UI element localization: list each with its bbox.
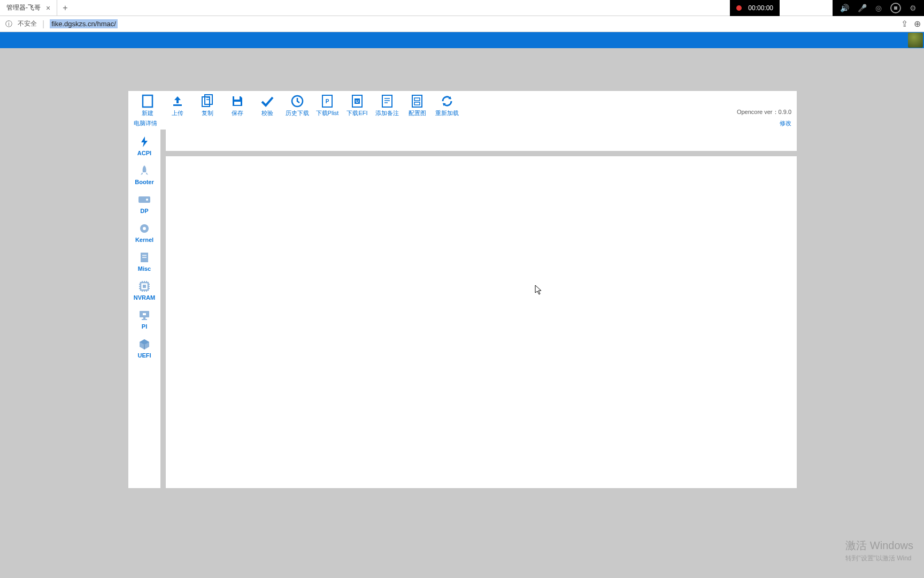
svg-text:P: P [326,98,329,104]
tb-diagram[interactable]: 配置图 [402,94,432,117]
doc-icon [140,94,155,108]
tb-label: 下载EFI [346,109,367,117]
main-panel [166,156,797,488]
tb-label: 保存 [232,109,243,117]
tb-verify[interactable]: 校验 [252,94,282,117]
sidebar-item-booter[interactable]: Booter [128,162,160,191]
card-icon [138,194,151,206]
sidebar-item-nvram[interactable]: NVRAM [128,277,160,306]
tb-label: 上传 [172,109,183,117]
svg-rect-20 [138,196,150,203]
svg-rect-18 [414,98,420,101]
sidebar-item-label: NVRAM [134,294,155,301]
recording-controls: 🔊 🎤 ◎ ⚙ [833,0,924,16]
opencore-version: Opencore ver：0.9.0 [737,108,791,116]
page-header-band [0,32,924,48]
svg-rect-43 [143,317,145,319]
history-icon [290,94,305,108]
mouse-cursor-icon [535,285,542,295]
check-icon [260,94,275,108]
chip-icon [138,280,151,292]
windows-watermark: 激活 Windows 转到"设置"以激活 Wind [845,538,913,563]
sidebar-item-label: DP [140,208,148,214]
copy-icon [200,94,215,108]
content-area [160,130,797,488]
info-icon[interactable]: ⓘ [5,19,12,29]
tb-history[interactable]: 历史下载 [282,94,312,117]
sidebar: ACPI Booter DP Kernel Misc NVRAM [128,130,160,488]
bolt-icon [138,136,151,148]
watermark-line1: 激活 Windows [845,538,913,553]
sidebar-item-uefi[interactable]: UEFI [128,335,160,364]
insecure-label: 不安全 [18,19,37,28]
recording-status: 00:00:00 [730,0,780,16]
speaker-icon[interactable]: 🔊 [840,4,849,12]
upload-icon [170,94,185,108]
sidebar-item-label: PI [142,323,147,330]
sidebar-item-pi[interactable]: PI [128,306,160,335]
sidebar-item-label: Kernel [135,237,153,243]
svg-rect-19 [414,102,420,105]
tb-label: 添加备注 [375,109,399,117]
tab-title: 管理器-飞哥 [6,3,41,12]
svg-rect-5 [234,96,240,100]
download-plist-icon: P [320,94,335,108]
tb-label: 下载Plist [316,109,339,117]
download-efi-icon: U [350,94,365,108]
note-icon [380,94,395,108]
browser-tab-bar: 管理器-飞哥 × + [0,0,924,16]
svg-point-21 [146,199,148,201]
diagram-icon [410,94,425,108]
computer-details-link[interactable]: 电脑详情 [134,119,157,127]
app-container: 新建 上传 复制 保存 校验 历史下载 P 下载Plist U 下载EFI [128,91,797,488]
extension-icon[interactable]: ⊕ [914,19,921,29]
tb-new[interactable]: 新建 [133,94,163,117]
close-icon[interactable]: × [46,4,50,12]
svg-text:U: U [356,99,359,104]
sidebar-item-misc[interactable]: Misc [128,248,160,277]
settings-icon[interactable]: ⚙ [910,4,917,12]
new-tab-button[interactable]: + [57,3,73,13]
doc-small-icon [138,252,151,263]
gear-icon [138,223,151,234]
sub-header: 电脑详情 修改 [128,118,797,130]
sidebar-item-dp[interactable]: DP [128,191,160,219]
avatar[interactable] [908,33,923,48]
tb-upload[interactable]: 上传 [163,94,192,117]
tb-label: 历史下载 [286,109,309,117]
stop-record-icon[interactable] [890,3,901,13]
sidebar-item-label: Booter [135,179,153,185]
browser-tab[interactable]: 管理器-飞哥 × [0,0,57,16]
tb-add-note[interactable]: 添加备注 [372,94,402,117]
share-icon[interactable]: ⇪ [901,19,908,29]
cube-icon [138,338,151,350]
svg-rect-1 [202,97,210,107]
watermark-line2: 转到"设置"以激活 Wind [845,554,913,563]
svg-point-23 [143,227,146,230]
main-toolbar: 新建 上传 复制 保存 校验 历史下载 P 下载Plist U 下载EFI [128,91,797,118]
tb-download-efi[interactable]: U 下载EFI [342,94,372,117]
svg-rect-6 [234,102,241,105]
sidebar-item-acpi[interactable]: ACPI [128,133,160,162]
body-area: ACPI Booter DP Kernel Misc NVRAM [128,130,797,488]
tb-download-plist[interactable]: P 下载Plist [312,94,342,117]
tb-label: 校验 [261,109,273,117]
tb-label: 重新加载 [435,109,459,117]
modify-link[interactable]: 修改 [780,119,791,127]
tb-reload[interactable]: 重新加载 [432,94,462,117]
rocket-icon [138,165,151,177]
svg-rect-42 [143,313,146,315]
svg-rect-13 [382,95,392,107]
sidebar-item-label: UEFI [137,352,151,359]
camera-icon[interactable]: ◎ [875,4,882,12]
svg-rect-28 [143,285,146,288]
save-icon [230,94,245,108]
url-field[interactable]: fike.dgskzs.cn/hmac/ [50,19,118,28]
monitor-icon [138,309,151,321]
microphone-icon[interactable]: 🎤 [858,4,867,12]
header-panel [166,130,797,151]
record-dot-icon [736,5,742,11]
tb-copy[interactable]: 复制 [192,94,222,117]
tb-save[interactable]: 保存 [222,94,252,117]
sidebar-item-kernel[interactable]: Kernel [128,219,160,248]
